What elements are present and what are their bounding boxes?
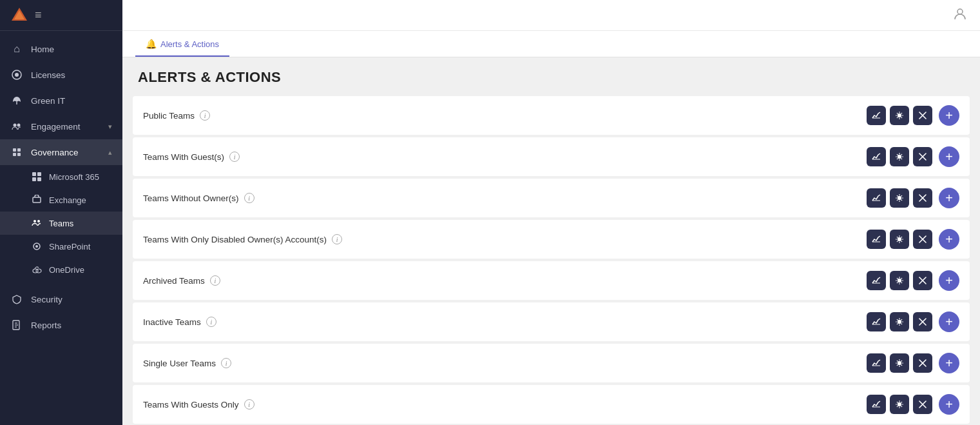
hamburger-icon[interactable]: ≡ (35, 8, 42, 22)
settings-btn-inactive-teams[interactable] (890, 312, 909, 331)
info-icon-public-teams[interactable]: i (200, 110, 210, 121)
sidebar-item-microsoft365[interactable]: Microsoft 365 (0, 165, 122, 188)
sidebar: ≡ ⌂ Home Licenses Green IT Engagement ▾ (0, 0, 122, 425)
close-btn-teams-without-owners[interactable] (913, 188, 932, 208)
close-btn-archived-teams[interactable] (913, 271, 932, 290)
alert-row-teams-only-disabled-owners[interactable]: Teams With Only Disabled Owner(s) Accoun… (133, 220, 970, 259)
content-area: 🔔 Alerts & Actions ALERTS & ACTIONS Publ… (122, 31, 980, 425)
sidebar-item-reports[interactable]: Reports (0, 312, 122, 338)
info-icon-archived-teams[interactable]: i (210, 275, 220, 286)
add-btn-teams-with-guests[interactable]: + (939, 146, 959, 167)
alert-actions-inactive-teams: + (867, 311, 959, 332)
chart-btn-public-teams[interactable] (867, 106, 886, 125)
add-btn-teams-only-disabled-owners[interactable]: + (939, 229, 959, 250)
alert-name-public-teams: Public Teams i (143, 110, 867, 121)
add-btn-single-user-teams[interactable]: + (939, 353, 959, 373)
sidebar-item-sharepoint[interactable]: SharePoint (0, 235, 122, 258)
alert-row-single-user-teams[interactable]: Single User Teams i + (133, 344, 970, 382)
sidebar-item-teams[interactable]: Teams (0, 212, 122, 235)
tab-label: Alerts & Actions (160, 39, 219, 49)
info-icon-teams-with-guests-only[interactable]: i (244, 399, 255, 410)
close-btn-teams-with-guests-only[interactable] (913, 395, 932, 414)
sidebar-item-onedrive[interactable]: OneDrive (0, 258, 122, 281)
info-icon-teams-without-owners[interactable]: i (244, 193, 255, 203)
logo: ≡ (10, 6, 42, 25)
info-icon-inactive-teams[interactable]: i (206, 317, 216, 327)
governance-icon (10, 146, 23, 159)
alert-name-teams-with-guests: Teams With Guest(s) i (143, 152, 867, 162)
svg-point-40 (898, 238, 901, 241)
chart-btn-teams-with-guests[interactable] (867, 147, 886, 166)
svg-point-3 (15, 73, 19, 77)
logo-icon (10, 6, 28, 25)
sidebar-item-licenses[interactable]: Licenses (0, 62, 122, 88)
svg-rect-13 (32, 177, 36, 181)
settings-btn-archived-teams[interactable] (890, 271, 909, 290)
info-icon-single-user-teams[interactable]: i (221, 358, 231, 368)
close-btn-public-teams[interactable] (913, 106, 932, 125)
add-btn-archived-teams[interactable]: + (939, 270, 959, 291)
settings-btn-teams-with-guests[interactable] (890, 147, 909, 166)
close-btn-single-user-teams[interactable] (913, 353, 932, 373)
sidebar-item-security[interactable]: Security (0, 286, 122, 312)
add-btn-inactive-teams[interactable]: + (939, 311, 959, 332)
settings-btn-teams-only-disabled-owners[interactable] (890, 230, 909, 249)
chart-btn-inactive-teams[interactable] (867, 312, 886, 331)
settings-btn-teams-without-owners[interactable] (890, 188, 909, 208)
svg-point-5 (14, 124, 17, 127)
alert-row-teams-with-guests[interactable]: Teams With Guest(s) i + (133, 137, 970, 176)
sidebar-label-teams: Teams (49, 219, 73, 228)
settings-btn-single-user-teams[interactable] (890, 353, 909, 373)
svg-rect-14 (37, 177, 41, 181)
sidebar-item-greenit[interactable]: Green IT (0, 88, 122, 114)
info-icon-teams-with-guests[interactable]: i (229, 152, 240, 162)
user-avatar-icon[interactable] (953, 6, 967, 24)
alert-row-teams-with-guests-only[interactable]: Teams With Guests Only i + (133, 385, 970, 424)
close-btn-inactive-teams[interactable] (913, 312, 932, 331)
chart-btn-single-user-teams[interactable] (867, 353, 886, 373)
svg-rect-11 (32, 172, 36, 176)
alert-row-public-teams[interactable]: Public Teams i + (133, 96, 970, 135)
alert-row-archived-teams[interactable]: Archived Teams i + (133, 261, 970, 300)
alert-actions-teams-without-owners: + (867, 188, 959, 208)
chart-btn-archived-teams[interactable] (867, 271, 886, 290)
info-icon-teams-only-disabled-owners[interactable]: i (332, 234, 342, 244)
greenit-icon (10, 94, 23, 107)
alert-name-archived-teams: Archived Teams i (143, 275, 867, 286)
alert-name-inactive-teams: Inactive Teams i (143, 317, 867, 327)
sidebar-label-engagement: Engagement (31, 122, 108, 132)
sidebar-nav: ⌂ Home Licenses Green IT Engagement ▾ (0, 31, 122, 425)
add-btn-public-teams[interactable]: + (939, 105, 959, 126)
settings-btn-public-teams[interactable] (890, 106, 909, 125)
sidebar-header: ≡ (0, 0, 122, 31)
settings-btn-teams-with-guests-only[interactable] (890, 395, 909, 414)
sidebar-label-microsoft365: Microsoft 365 (49, 172, 99, 182)
add-btn-teams-with-guests-only[interactable]: + (939, 394, 959, 415)
sidebar-item-governance[interactable]: Governance ▴ (0, 139, 122, 165)
svg-rect-15 (33, 197, 41, 203)
reports-icon (10, 319, 23, 331)
svg-point-44 (898, 279, 901, 282)
sidebar-item-home[interactable]: ⌂ Home (0, 36, 122, 62)
close-btn-teams-only-disabled-owners[interactable] (913, 230, 932, 249)
chart-btn-teams-only-disabled-owners[interactable] (867, 230, 886, 249)
chart-btn-teams-with-guests-only[interactable] (867, 395, 886, 414)
sidebar-label-greenit: Green IT (31, 96, 112, 106)
sidebar-label-home: Home (31, 44, 112, 54)
sidebar-item-engagement[interactable]: Engagement ▾ (0, 114, 122, 139)
sidebar-label-onedrive: OneDrive (49, 265, 84, 275)
page-title-area: ALERTS & ACTIONS (122, 57, 980, 96)
licenses-icon (10, 68, 23, 81)
close-btn-teams-with-guests[interactable] (913, 147, 932, 166)
svg-point-21 (36, 269, 41, 273)
alert-label-teams-with-guests: Teams With Guest(s) (143, 152, 224, 162)
alert-row-inactive-teams[interactable]: Inactive Teams i + (133, 302, 970, 341)
alert-row-teams-without-owners[interactable]: Teams Without Owner(s) i + (133, 179, 970, 217)
add-btn-teams-without-owners[interactable]: + (939, 188, 959, 208)
sidebar-item-exchange[interactable]: Exchange (0, 188, 122, 212)
tab-alerts-actions[interactable]: 🔔 Alerts & Actions (135, 31, 229, 57)
svg-point-32 (898, 155, 901, 159)
svg-rect-8 (17, 148, 21, 152)
chart-btn-teams-without-owners[interactable] (867, 188, 886, 208)
home-icon: ⌂ (10, 43, 23, 55)
